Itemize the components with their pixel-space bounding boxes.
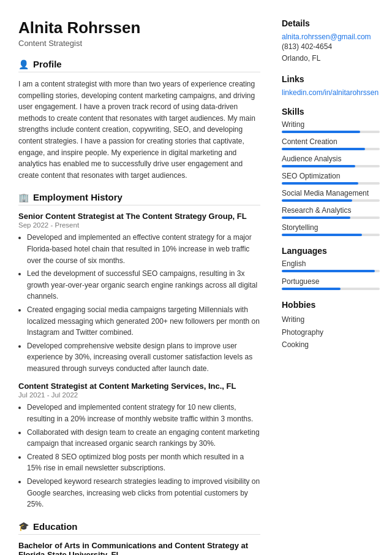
skill-seo: SEO Optimization bbox=[282, 172, 380, 185]
skill-bar-fill bbox=[282, 148, 365, 150]
skill-social-media: Social Media Management bbox=[282, 189, 380, 202]
job-1-title: Senior Content Strategist at The Content… bbox=[18, 212, 260, 221]
lang-bar-fill bbox=[282, 270, 375, 272]
location: Orlando, FL bbox=[282, 53, 380, 64]
lang-bar-fill bbox=[282, 288, 341, 290]
list-item: Developed and implemented content strate… bbox=[27, 402, 260, 424]
education-section: 🎓 Education Bachelor of Arts in Communic… bbox=[18, 521, 260, 555]
employment-icon: 🏢 bbox=[18, 193, 29, 202]
linkedin-link[interactable]: linkedin.com/in/alnitarohrssen bbox=[282, 88, 379, 97]
lang-bar-bg bbox=[282, 270, 380, 272]
languages-heading: Languages bbox=[282, 246, 380, 256]
lang-label: Portuguese bbox=[282, 277, 380, 286]
list-item: Led the development of successful SEO ca… bbox=[27, 268, 260, 302]
list-item: Developed comprehensive website design p… bbox=[27, 340, 260, 375]
hobbies-heading: Hobbies bbox=[282, 300, 380, 310]
skill-label: Social Media Management bbox=[282, 189, 380, 197]
skill-label: Writing bbox=[282, 120, 380, 129]
phone: (813) 402-4654 bbox=[282, 41, 380, 53]
job-2: Content Strategist at Content Marketing … bbox=[18, 381, 260, 510]
education-heading: Education bbox=[33, 521, 78, 532]
name: Alnita Rohrssen bbox=[18, 18, 260, 37]
skill-bar-bg bbox=[282, 182, 380, 185]
hobby-writing: Writing bbox=[282, 313, 380, 326]
skill-bar-fill bbox=[282, 182, 358, 185]
skills-section: Skills Writing Content Creation Audience… bbox=[282, 107, 380, 236]
list-item: Developed keyword research strategies le… bbox=[27, 476, 260, 510]
employment-section: 🏢 Employment History Senior Content Stra… bbox=[18, 192, 260, 510]
lang-label: English bbox=[282, 259, 380, 268]
job-1-bullets: Developed and implemented an effective c… bbox=[18, 232, 260, 374]
links-section: Links linkedin.com/in/alnitarohrssen bbox=[282, 74, 380, 97]
job-title-header: Content Strategist bbox=[18, 39, 260, 48]
skill-research: Research & Analytics bbox=[282, 206, 380, 219]
job-2-title: Content Strategist at Content Marketing … bbox=[18, 381, 260, 391]
skill-bar-bg bbox=[282, 148, 380, 150]
profile-heading: Profile bbox=[33, 59, 62, 69]
skill-bar-fill bbox=[282, 216, 350, 219]
education-icon: 🎓 bbox=[18, 521, 29, 531]
list-item: Created 8 SEO optimized blog posts per m… bbox=[27, 451, 260, 474]
profile-icon: 👤 bbox=[18, 59, 29, 69]
skill-label: SEO Optimization bbox=[282, 172, 380, 180]
languages-section: Languages English Portuguese bbox=[282, 246, 380, 290]
skill-bar-bg bbox=[282, 165, 380, 167]
hobby-photography: Photography bbox=[282, 326, 380, 339]
lang-english: English bbox=[282, 259, 380, 272]
links-heading: Links bbox=[282, 74, 380, 84]
edu-degree: Bachelor of Arts in Communications and C… bbox=[18, 541, 260, 555]
skill-content-creation: Content Creation bbox=[282, 137, 380, 150]
list-item: Developed and implemented an effective c… bbox=[27, 232, 260, 266]
skill-bar-bg bbox=[282, 234, 380, 236]
skill-label: Research & Analytics bbox=[282, 206, 380, 215]
list-item: Created engaging social media campaigns … bbox=[27, 304, 260, 339]
skill-bar-fill bbox=[282, 199, 352, 202]
job-2-bullets: Developed and implemented content strate… bbox=[18, 402, 260, 510]
skill-bar-fill bbox=[282, 234, 362, 236]
skill-label: Storytelling bbox=[282, 223, 380, 232]
skill-writing: Writing bbox=[282, 120, 380, 133]
skill-label: Content Creation bbox=[282, 137, 380, 146]
skill-storytelling: Storytelling bbox=[282, 223, 380, 236]
list-item: Collaborated with design team to create … bbox=[27, 427, 260, 450]
skill-bar-bg bbox=[282, 199, 380, 202]
hobbies-section: Hobbies Writing Photography Cooking bbox=[282, 300, 380, 351]
job-2-dates: Jul 2021 - Jul 2022 bbox=[18, 391, 260, 399]
lang-bar-bg bbox=[282, 288, 380, 290]
skill-bar-fill bbox=[282, 131, 360, 133]
hobby-cooking: Cooking bbox=[282, 339, 380, 351]
employment-heading: Employment History bbox=[33, 192, 123, 202]
details-heading: Details bbox=[282, 18, 380, 28]
skill-bar-bg bbox=[282, 131, 380, 133]
profile-text: I am a content strategist with more than… bbox=[18, 78, 260, 181]
skill-bar-fill bbox=[282, 165, 355, 167]
lang-portuguese: Portuguese bbox=[282, 277, 380, 290]
profile-section: 👤 Profile I am a content strategist with… bbox=[18, 59, 260, 181]
skill-audience-analysis: Audience Analysis bbox=[282, 155, 380, 167]
email-link[interactable]: alnita.rohrssen@gmail.com bbox=[282, 33, 371, 41]
job-1-dates: Sep 2022 - Present bbox=[18, 221, 260, 229]
skills-heading: Skills bbox=[282, 107, 380, 117]
skill-bar-bg bbox=[282, 216, 380, 219]
job-1: Senior Content Strategist at The Content… bbox=[18, 212, 260, 374]
details-section: Details alnita.rohrssen@gmail.com (813) … bbox=[282, 18, 380, 64]
skill-label: Audience Analysis bbox=[282, 155, 380, 163]
